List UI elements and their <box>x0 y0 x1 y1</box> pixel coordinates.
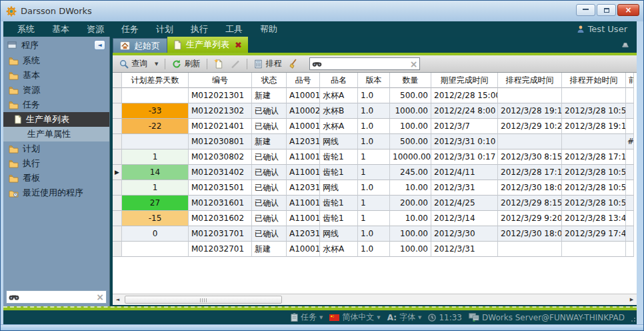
cell-status[interactable]: 已确认 <box>252 226 287 242</box>
sidebar-item-0[interactable]: 系统 <box>3 53 109 68</box>
table-row-3[interactable]: M012030801新建A12031网线1.0500.002012/3/31 0… <box>113 134 637 149</box>
status-language-button[interactable]: 简体中文 ▼ <box>329 312 380 323</box>
sidebar-item-3[interactable]: 任务 <box>3 97 109 112</box>
refresh-button[interactable]: 刷新 <box>169 57 203 71</box>
cell-name[interactable]: 水杯A <box>320 242 358 257</box>
sidebar-collapse-button[interactable]: ◄ <box>94 40 105 50</box>
cell-end[interactable]: 2012/3/29 9:20 <box>498 211 562 226</box>
cell-qty[interactable]: 100.00 <box>390 119 431 134</box>
cell-name[interactable]: 齿轮1 <box>320 149 358 165</box>
column-header-9[interactable]: 排程开始时间 <box>562 73 626 88</box>
tab-home[interactable]: 起始页 <box>113 38 167 53</box>
cell-start[interactable]: 2012/3/28 10:52 <box>562 165 626 180</box>
cell-end[interactable]: 2012/3/28 17:13 <box>498 165 562 180</box>
cell-diff[interactable] <box>122 88 189 103</box>
cell-start[interactable]: 2012/3/28 10:52 <box>562 103 626 119</box>
cell-end[interactable] <box>498 134 562 149</box>
resize-grip[interactable] <box>630 318 635 323</box>
title-bar[interactable]: Darsson DWorks × <box>1 1 643 21</box>
cell-extra[interactable] <box>626 226 634 242</box>
cell-no[interactable]: M012021302 <box>189 103 252 119</box>
cell-name[interactable]: 水杯A <box>320 88 358 103</box>
close-button[interactable]: × <box>617 4 639 16</box>
scroll-right-icon[interactable]: ▶ <box>627 294 637 305</box>
query-dropdown-button[interactable]: ▼ <box>152 60 161 68</box>
cell-pn[interactable]: A10001 <box>287 242 320 257</box>
cell-status[interactable]: 已确认 <box>252 103 287 119</box>
user-area[interactable]: Test User <box>577 24 631 34</box>
table-row-4[interactable]: 1M012030802已确认A11001齿轮1110000.002012/3/3… <box>113 149 637 165</box>
cell-due[interactable]: 2012/3/31 <box>431 242 498 257</box>
cell-due[interactable]: 2012/2/24 8:00 <box>431 103 498 119</box>
table-row-7[interactable]: 27M012031601已确认A11001齿轮11200.002012/4/25… <box>113 196 637 211</box>
cell-due[interactable]: 2012/3/31 0:17 <box>431 149 498 165</box>
cell-status[interactable]: 新建 <box>252 242 287 257</box>
cell-pn[interactable]: A12031 <box>287 226 320 242</box>
cell-no[interactable]: M012031501 <box>189 180 252 196</box>
cell-start[interactable]: 2012/3/28 13:40 <box>562 211 626 226</box>
cell-due[interactable]: 2012/4/11 <box>431 165 498 180</box>
cell-ver[interactable]: 1 <box>358 211 390 226</box>
cell-status[interactable]: 已确认 <box>252 119 287 134</box>
cell-due[interactable]: 2012/3/31 <box>431 180 498 196</box>
column-header-1[interactable]: 编号 <box>189 73 252 88</box>
table-row-5[interactable]: ▶14M012031402已确认A11001齿轮11245.002012/4/1… <box>113 165 637 180</box>
cell-status[interactable]: 已确认 <box>252 196 287 211</box>
query-button[interactable]: 查询 <box>117 57 150 71</box>
cell-diff[interactable] <box>122 242 189 257</box>
sidebar-item-1[interactable]: 基本 <box>3 68 109 83</box>
menu-item-3[interactable]: 任务 <box>113 21 147 37</box>
cell-start[interactable]: 2012/3/28 17:13 <box>562 149 626 165</box>
cell-no[interactable]: M012031701 <box>189 226 252 242</box>
cell-no[interactable]: M012030801 <box>189 134 252 149</box>
status-server[interactable]: DWorks Server@FUNWAY-THINKPAD <box>469 313 625 322</box>
column-header-6[interactable]: 数量 <box>390 73 431 88</box>
cell-start[interactable]: 2012/3/28 10:52 <box>562 196 626 211</box>
cell-end[interactable]: 2012/3/29 10:20 <box>498 119 562 134</box>
status-task-button[interactable]: 任务 ▼ <box>291 312 323 323</box>
cell-qty[interactable]: 100.00 <box>390 242 431 257</box>
cell-diff[interactable]: -33 <box>122 103 189 119</box>
cell-ver[interactable]: 1.0 <box>358 134 390 149</box>
cell-extra[interactable] <box>626 149 634 165</box>
cell-pn[interactable]: A10002 <box>287 103 320 119</box>
cell-end[interactable]: 2012/3/28 19:10 <box>498 103 562 119</box>
schedule-button[interactable]: 排程 <box>251 57 284 71</box>
menu-item-4[interactable]: 计划 <box>147 21 182 37</box>
tab-close-icon[interactable]: ✖ <box>235 41 242 49</box>
cell-no[interactable]: M012030802 <box>189 149 252 165</box>
column-header-5[interactable]: 版本 <box>358 73 390 88</box>
cell-end[interactable]: 2012/3/29 8:15 <box>498 196 562 211</box>
cell-pn[interactable]: A10001 <box>287 88 320 103</box>
cell-start[interactable]: 2012/3/28 10:52 <box>562 180 626 196</box>
cell-ver[interactable]: 1 <box>358 165 390 180</box>
cell-ver[interactable]: 1 <box>358 149 390 165</box>
sidebar-item-6[interactable]: 计划 <box>3 141 109 156</box>
column-header-4[interactable]: 品名 <box>320 73 358 88</box>
scrollbar-thumb[interactable] <box>125 296 282 304</box>
menu-item-2[interactable]: 资源 <box>78 21 113 37</box>
cell-qty[interactable]: 1000.00 <box>390 103 431 119</box>
cell-no[interactable]: M012031602 <box>189 211 252 226</box>
cell-due[interactable]: 2012/3/31 0:10 <box>431 134 498 149</box>
cell-extra[interactable] <box>626 88 634 103</box>
cell-end[interactable] <box>498 88 562 103</box>
cell-ver[interactable]: 1.0 <box>358 242 390 257</box>
cell-extra[interactable] <box>626 165 634 180</box>
cell-name[interactable]: 水杯B <box>320 103 358 119</box>
sidebar-item-5[interactable]: 生产单属性 <box>3 127 109 141</box>
cell-extra[interactable] <box>626 103 634 119</box>
cell-start[interactable]: 2012/3/29 17:46 <box>562 226 626 242</box>
status-font-button[interactable]: A: 字体 ▼ <box>387 312 422 323</box>
menu-item-0[interactable]: 系统 <box>9 21 43 37</box>
cell-due[interactable]: 2012/4/25 <box>431 196 498 211</box>
sidebar-item-8[interactable]: 看板 <box>3 171 109 186</box>
cell-name[interactable]: 网线 <box>320 180 358 196</box>
cell-end[interactable]: 2012/3/30 8:15 <box>498 149 562 165</box>
sidebar-item-2[interactable]: 资源 <box>3 83 109 97</box>
cell-ver[interactable]: 1 <box>358 196 390 211</box>
column-header-0[interactable]: 计划差异天数 <box>122 73 189 88</box>
cell-diff[interactable]: 14 <box>122 165 189 180</box>
cell-no[interactable]: M012031402 <box>189 165 252 180</box>
cell-end[interactable]: 2012/3/30 18:00 <box>498 180 562 196</box>
